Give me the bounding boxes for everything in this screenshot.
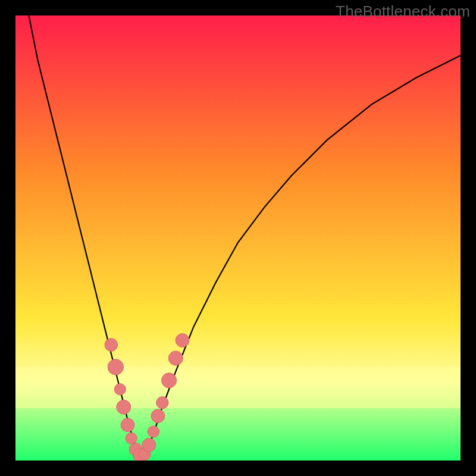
chart-frame: TheBottleneck.com <box>0 0 476 476</box>
curve-marker <box>156 397 168 409</box>
highlight-band <box>15 367 461 408</box>
curve-marker <box>142 438 156 452</box>
curve-marker <box>162 373 177 388</box>
curve-marker <box>121 418 134 432</box>
curve-marker <box>105 339 118 352</box>
curve-marker <box>151 409 165 423</box>
curve-marker <box>126 433 137 444</box>
curve-marker <box>108 359 123 375</box>
curve-marker <box>117 400 131 414</box>
curve-marker <box>168 351 183 365</box>
curve-marker <box>114 384 126 395</box>
watermark-text: TheBottleneck.com <box>336 2 470 21</box>
bottleneck-chart <box>15 15 461 461</box>
curve-marker <box>176 334 189 347</box>
curve-marker <box>148 426 159 437</box>
plot-area <box>15 15 461 461</box>
